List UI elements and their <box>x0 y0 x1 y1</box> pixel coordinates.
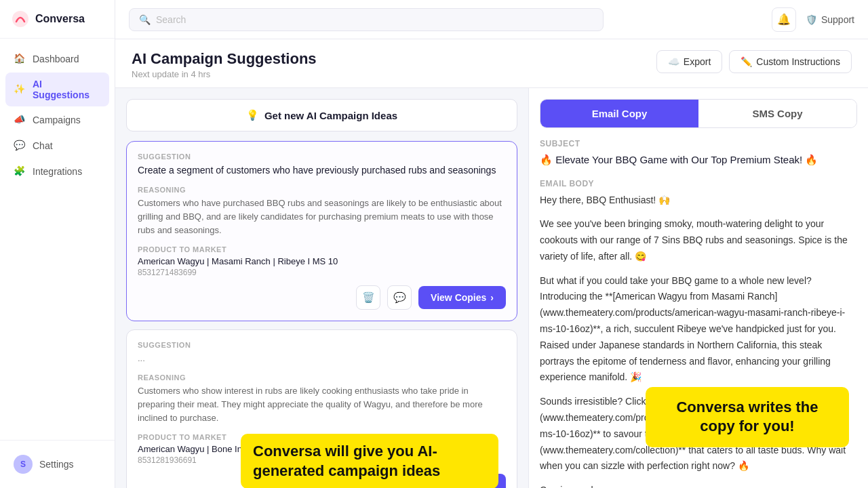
support-button[interactable]: 🛡️ Support <box>806 14 854 25</box>
tab-email-copy[interactable]: Email Copy <box>540 100 698 127</box>
notification-bell-button[interactable]: 🔔 <box>772 7 796 32</box>
page-header: AI Campaign Suggestions Next update in 4… <box>115 39 868 88</box>
search-icon: 🔍 <box>139 14 151 25</box>
header-actions: ☁️ Export ✏️ Custom Instructions <box>656 50 852 73</box>
view-copies-button[interactable]: View Copies › <box>418 286 506 309</box>
body-label: Email Body <box>540 179 857 188</box>
sidebar-item-campaigns[interactable]: 📣 Campaigns <box>5 108 109 132</box>
email-body-p1: Hey there, BBQ Enthusiast! 🙌 <box>540 192 857 209</box>
email-body-p3: But what if you could take your BBQ game… <box>540 273 857 386</box>
chat-icon: 💬 <box>14 140 26 152</box>
sidebar-item-label: Chat <box>33 140 53 151</box>
email-subject: 🔥 Elevate Your BBQ Game with Our Top Pre… <box>540 152 857 168</box>
sidebar-item-label: AI Suggestions <box>33 79 101 100</box>
subject-label: Subject <box>540 139 857 148</box>
support-label: Support <box>821 14 854 25</box>
content-area: 💡 Get new AI Campaign Ideas Suggestion C… <box>115 88 868 488</box>
product-label: Product to market <box>138 245 506 253</box>
megaphone-icon: 📣 <box>14 114 26 126</box>
topbar-right: 🔔 🛡️ Support <box>772 7 854 32</box>
suggestion-label: Suggestion <box>138 152 506 161</box>
search-box[interactable]: 🔍 Search <box>129 8 604 31</box>
tooltip-right: Conversa writes the copy for you! <box>646 387 849 447</box>
sidebar-item-label: Campaigns <box>33 115 81 125</box>
suggestion-card: Suggestion Create a segment of customers… <box>126 141 517 321</box>
reasoning-text: Customers who show interest in rubs are … <box>138 384 506 425</box>
sidebar-item-chat[interactable]: 💬 Chat <box>5 134 109 158</box>
search-placeholder: Search <box>156 14 186 25</box>
puzzle-icon: 🧩 <box>14 165 26 178</box>
reasoning-text: Customers who have purchased BBQ rubs an… <box>138 197 506 237</box>
sku-text: 8531271483699 <box>138 268 506 277</box>
house-icon: 🏠 <box>14 53 26 65</box>
suggestion-text: Create a segment of customers who have p… <box>138 163 506 178</box>
reasoning-label: Reasoning <box>138 373 506 382</box>
topbar: 🔍 Search 🔔 🛡️ Support <box>115 0 868 39</box>
suggestion-text: ... <box>138 352 506 365</box>
suggestion-label: Suggestion <box>138 341 506 349</box>
app-name: Conversa <box>35 13 85 25</box>
page-title: AI Campaign Suggestions <box>132 50 317 68</box>
lightbulb-icon: 💡 <box>246 109 259 121</box>
new-ideas-button[interactable]: 💡 Get new AI Campaign Ideas <box>126 99 517 131</box>
nav-items: 🏠 Dashboard ✨ AI Suggestions 📣 Campaigns… <box>0 39 115 440</box>
export-button[interactable]: ☁️ Export <box>656 50 722 73</box>
sidebar-item-integrations[interactable]: 🧩 Integrations <box>5 159 109 184</box>
card-actions: 🗑️ 💬 View Copies › <box>138 285 506 310</box>
svg-point-0 <box>12 11 28 27</box>
logo-area: Conversa <box>0 0 115 39</box>
reasoning-label: Reasoning <box>138 186 506 194</box>
email-body-p5: Carnivorously yours, Nick, the Founder o… <box>540 483 857 488</box>
page-title-area: AI Campaign Suggestions Next update in 4… <box>132 50 317 79</box>
sparkle-icon: ✨ <box>14 83 26 96</box>
shield-icon: 🛡️ <box>806 14 817 25</box>
tooltip-left: Conversa will give you AI-generated camp… <box>241 434 498 488</box>
logo-icon <box>11 9 30 28</box>
edit-icon: ✏️ <box>741 56 752 67</box>
sidebar-bottom: S Settings <box>0 440 115 488</box>
sidebar-item-settings[interactable]: S Settings <box>5 449 109 480</box>
tab-sms-copy[interactable]: SMS Copy <box>698 100 856 127</box>
settings-label: Settings <box>39 459 74 470</box>
copy-tabs: Email Copy SMS Copy <box>540 99 857 128</box>
arrow-right-icon: › <box>490 292 494 303</box>
sidebar-item-dashboard[interactable]: 🏠 Dashboard <box>5 47 109 71</box>
product-text: American Wagyu | Masami Ranch | Ribeye I… <box>138 256 506 266</box>
avatar: S <box>14 455 33 474</box>
suggestions-panel: 💡 Get new AI Campaign Ideas Suggestion C… <box>115 88 529 488</box>
sidebar-item-label: Dashboard <box>33 54 79 64</box>
sidebar-item-label: Integrations <box>33 166 82 177</box>
delete-button[interactable]: 🗑️ <box>356 285 380 310</box>
email-body-p2: We see you've been bringing smoky, mouth… <box>540 216 857 264</box>
sidebar: Conversa 🏠 Dashboard ✨ AI Suggestions 📣 … <box>0 0 115 488</box>
main-content: 🔍 Search 🔔 🛡️ Support AI Campaign Sugges… <box>115 0 868 488</box>
page-subtitle: Next update in 4 hrs <box>132 69 317 79</box>
custom-instructions-button[interactable]: ✏️ Custom Instructions <box>729 50 852 73</box>
comment-button[interactable]: 💬 <box>387 285 412 310</box>
sidebar-item-ai-suggestions[interactable]: ✨ AI Suggestions <box>5 73 109 106</box>
download-icon: ☁️ <box>668 56 679 67</box>
